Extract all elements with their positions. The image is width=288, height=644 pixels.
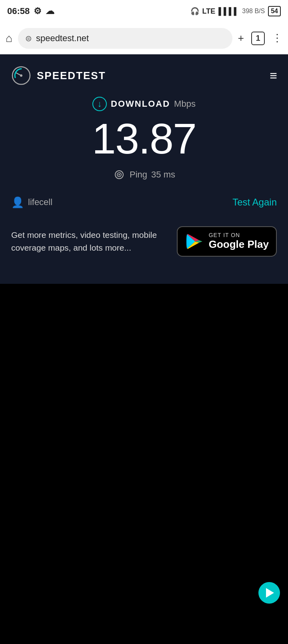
promo-text: Get more metrics, video testing, mobile … [11, 229, 169, 254]
isp-row: 👤 lifecell Test Again [0, 192, 288, 218]
isp-info: 👤 lifecell [11, 196, 52, 209]
isp-name: lifecell [28, 197, 52, 207]
url-text[interactable]: speedtest.net [36, 33, 89, 44]
time: 06:58 [7, 6, 30, 16]
status-left: 06:58 ⚙ ☁ [7, 6, 54, 16]
download-text: DOWNLOAD [111, 99, 170, 109]
more-options-button[interactable]: ⋮ [272, 32, 282, 44]
battery-indicator: 54 [268, 6, 281, 16]
speedtest-logo-icon [11, 66, 31, 86]
hamburger-menu[interactable]: ≡ [270, 68, 277, 83]
weather-icon: ☁ [46, 6, 54, 16]
headphone-icon: 🎧 [190, 7, 199, 16]
black-area [0, 284, 288, 612]
new-tab-button[interactable]: + [238, 32, 244, 44]
settings-icon: ⚙ [34, 6, 42, 16]
google-play-label: Google Play [209, 238, 269, 251]
google-play-text: GET IT ON Google Play [209, 232, 269, 251]
download-arrow-icon: ↓ [92, 97, 107, 111]
svg-point-4 [118, 174, 120, 175]
ping-value: 35 ms [151, 169, 175, 180]
promo-row: Get more metrics, video testing, mobile … [0, 218, 288, 268]
google-play-icon [185, 232, 204, 251]
url-bar[interactable]: ⊜ speedtest.net [18, 28, 232, 49]
google-play-button[interactable]: GET IT ON Google Play [177, 226, 277, 257]
download-label-row: ↓ DOWNLOAD Mbps [0, 97, 288, 111]
speedtest-logo: SPEEDTEST [11, 66, 106, 86]
speedtest-header: SPEEDTEST ≡ [0, 54, 288, 93]
svg-point-1 [20, 74, 22, 77]
ping-icon [113, 168, 126, 181]
site-settings-icon: ⊜ [25, 34, 32, 43]
bottom-corner-play-icon[interactable] [258, 582, 280, 604]
ping-label: Ping [130, 169, 147, 180]
status-bar: 06:58 ⚙ ☁ 🎧 LTE ▌▌▌▌ 398 B/S 54 [0, 0, 288, 22]
speedtest-section: SPEEDTEST ≡ ↓ DOWNLOAD Mbps 13.87 Ping 3… [0, 54, 288, 284]
data-rate: 398 B/S [242, 8, 265, 15]
browser-actions: + 1 ⋮ [238, 32, 282, 45]
download-unit: Mbps [174, 99, 196, 109]
lte-label: LTE [202, 7, 216, 16]
status-right: 🎧 LTE ▌▌▌▌ 398 B/S 54 [190, 6, 281, 16]
signal-bars-icon: ▌▌▌▌ [218, 7, 239, 16]
get-it-on-label: GET IT ON [209, 232, 269, 238]
browser-bar: ⌂ ⊜ speedtest.net + 1 ⋮ [0, 22, 288, 54]
person-icon: 👤 [11, 196, 24, 209]
test-again-button[interactable]: Test Again [232, 197, 277, 208]
ping-row: Ping 35 ms [0, 168, 288, 181]
download-value: 13.87 [0, 115, 288, 163]
logo-text: SPEEDTEST [37, 70, 106, 82]
home-icon[interactable]: ⌂ [6, 32, 12, 45]
tab-count[interactable]: 1 [251, 32, 265, 45]
